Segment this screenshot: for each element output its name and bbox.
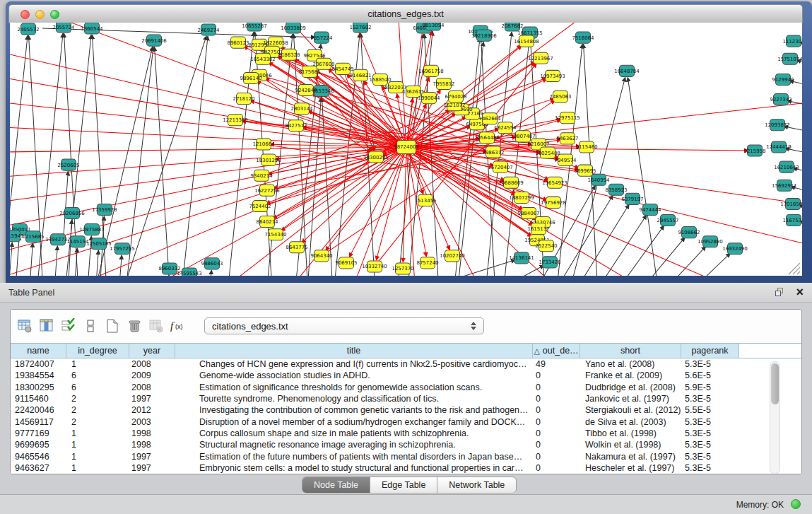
cell-out_de: 0 xyxy=(533,417,580,427)
table-options-icon[interactable] xyxy=(15,317,34,336)
graph-node-label: 9146821 xyxy=(349,72,371,78)
cell-out_de: 0 xyxy=(533,382,580,392)
graph-edge xyxy=(177,36,208,276)
resize-grip[interactable] xyxy=(789,263,800,274)
table-row[interactable]: 1830029562008Estimation of significance … xyxy=(11,382,801,393)
cell-title: Structural magnetic resonance image aver… xyxy=(175,440,533,450)
column-header-out_de[interactable]: △out_de… xyxy=(533,344,580,358)
table-row[interactable]: 946362711997Embryonic stem cells: a mode… xyxy=(11,462,801,474)
graph-node-label: 18807299 xyxy=(509,194,534,201)
table-selector-dropdown[interactable]: citations_edges.txt xyxy=(204,317,484,334)
graph-edge xyxy=(206,270,211,276)
table-container: f(x) citations_edges.txt namein_degreeye… xyxy=(10,309,802,474)
graph-node-label: 8454749 xyxy=(331,66,353,72)
graph-node-label: 19218906 xyxy=(471,33,497,39)
table-row[interactable]: 969969511998Structural magnetic resonanc… xyxy=(11,439,801,450)
cell-name: 9777169 xyxy=(11,428,66,438)
graph-edge xyxy=(10,97,406,147)
graph-node-label: 7516064 xyxy=(572,35,594,41)
column-header-name[interactable]: name xyxy=(11,344,66,358)
window-titlebar[interactable]: citations_edges.txt xyxy=(8,4,803,23)
cell-out_de: 49 xyxy=(533,359,580,369)
table-row[interactable]: 911546021997Tourette syndrome. Phenomeno… xyxy=(11,393,801,404)
network-canvas[interactable]: 1872400724055722055724136054420691406246… xyxy=(10,23,802,276)
graph-node-label: 7485063 xyxy=(549,93,571,100)
cell-name: 22420046 xyxy=(11,405,66,415)
cell-out_de: 0 xyxy=(533,463,580,473)
column-header-year[interactable]: year xyxy=(129,344,175,358)
graph-node-label: 6379197 xyxy=(621,196,643,202)
cell-name: 9463627 xyxy=(11,463,66,473)
tab-network-table[interactable]: Network Table xyxy=(437,477,516,493)
column-header-short[interactable]: short xyxy=(580,344,681,358)
svg-text:(x): (x) xyxy=(175,323,183,330)
delete-table-icon[interactable] xyxy=(124,317,143,336)
graph-node-label: 2055724 xyxy=(52,24,75,30)
status-bar: Memory: OK xyxy=(0,494,812,514)
column-header-title[interactable]: title xyxy=(175,344,533,358)
scrollbar-thumb[interactable] xyxy=(771,363,779,404)
graph-edge xyxy=(784,127,802,146)
cell-pagerank: 5.3E-5 xyxy=(681,440,739,450)
table-row[interactable]: 2242004622012Investigating the contribut… xyxy=(11,404,801,416)
create-table-icon[interactable] xyxy=(102,317,122,336)
graph-node-label: 17957255 xyxy=(110,245,135,252)
graph-node-label: 8186328 xyxy=(278,52,300,58)
graph-node-label: 2803144 xyxy=(290,105,313,112)
graph-node-label: 1112304 xyxy=(782,38,802,45)
graph-node-label: 2405572 xyxy=(17,26,39,33)
cell-in_degree: 2 xyxy=(66,394,129,404)
cell-out_de: 0 xyxy=(533,394,580,404)
graph-node-label: 14136141 xyxy=(509,255,534,261)
import-table-icon[interactable] xyxy=(146,317,165,336)
graph-edge xyxy=(10,243,12,276)
graph-node-label: 7524402 xyxy=(249,203,271,209)
cell-title: Tourette syndrome. Phenomenology and cla… xyxy=(175,394,533,404)
graph-node-label: 2469274 xyxy=(197,27,220,33)
cell-name: 19384554 xyxy=(11,370,66,380)
row-height-icon[interactable] xyxy=(81,317,100,336)
select-rows-icon[interactable] xyxy=(59,317,78,336)
cell-out_de: 0 xyxy=(533,440,580,450)
graph-node-label: 9896140 xyxy=(240,75,261,81)
cell-year: 2003 xyxy=(129,417,175,427)
show-columns-icon[interactable] xyxy=(37,317,56,336)
graph-node-label: 18300295 xyxy=(363,154,389,160)
cell-pagerank: 5.5E-5 xyxy=(681,405,739,415)
graph-node-label: 15692911 xyxy=(772,182,797,189)
table-row[interactable]: 1456911722003Disruption of a novel membe… xyxy=(11,416,801,427)
float-panel-icon[interactable] xyxy=(775,288,785,298)
graph-edge xyxy=(579,215,647,276)
graph-node-label: 1210664 xyxy=(252,141,275,147)
graph-node-label: 19756928 xyxy=(541,199,566,206)
column-header-in_degree[interactable]: in_degree xyxy=(66,344,129,358)
graph-node-label: 9175685 xyxy=(298,69,320,75)
tab-node-table[interactable]: Node Table xyxy=(302,477,370,493)
graph-edge xyxy=(597,226,664,276)
graph-node-label: 10952880 xyxy=(698,238,723,245)
cell-year: 2009 xyxy=(129,370,175,380)
cell-pagerank: 5.9E-5 xyxy=(681,382,739,392)
graph-node-label: 9463627 xyxy=(556,135,578,141)
close-panel-icon[interactable]: × xyxy=(796,285,804,299)
graph-node-label: 10332740 xyxy=(362,263,387,269)
cell-title: Estimation of significance thresholds fo… xyxy=(175,382,533,392)
column-header-pagerank[interactable]: pagerank xyxy=(681,344,739,358)
svg-text:f: f xyxy=(170,320,175,332)
tab-edge-table[interactable]: Edge Table xyxy=(370,477,437,493)
graph-edge xyxy=(64,171,68,236)
vertical-scrollbar[interactable] xyxy=(770,361,780,474)
table-row[interactable]: 946554611997Estimation of the future num… xyxy=(11,450,801,462)
graph-edge xyxy=(73,248,77,276)
table-row[interactable]: 977716911998Corpus callosum shape and si… xyxy=(11,428,801,439)
graph-node-label: 1621072 xyxy=(443,102,465,108)
cell-short: Dudbridge et al. (2008) xyxy=(580,382,681,392)
function-builder-icon[interactable]: f(x) xyxy=(168,317,187,336)
table-row[interactable]: 1872400712008Changes of HCN gene express… xyxy=(11,358,801,370)
table-row[interactable]: 1938455462009Genome-wide association stu… xyxy=(11,370,801,381)
cell-pagerank: 5.3E-5 xyxy=(681,417,739,427)
graph-edge xyxy=(94,250,98,276)
graph-node-label: 16932490 xyxy=(722,245,748,252)
graph-node-label: 10202740 xyxy=(440,252,465,259)
cell-title: Embryonic stem cells: a model to study s… xyxy=(175,463,533,473)
